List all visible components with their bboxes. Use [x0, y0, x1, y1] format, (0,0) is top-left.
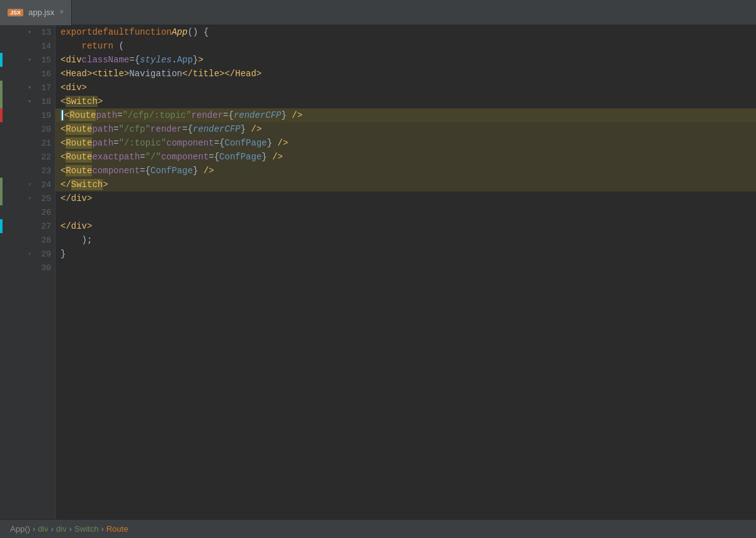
status-chevron-2: ›: [51, 524, 54, 534]
code-line[interactable]: <Route path="/cfp" render={renderCFP} />: [55, 122, 756, 136]
code-line[interactable]: </div>: [55, 219, 756, 233]
gutter-line: 28: [0, 233, 55, 247]
line-edge-indicator: [0, 108, 3, 122]
code-line[interactable]: <Route exact path="/" component={ConfPag…: [55, 150, 756, 164]
code-line[interactable]: <Route path="/:topic" component={ConfPag…: [55, 136, 756, 150]
line-number: 19: [36, 111, 51, 120]
code-line[interactable]: [55, 261, 756, 275]
line-number: 22: [36, 152, 51, 162]
fold-spacer: [26, 42, 33, 50]
line-number: 16: [36, 69, 51, 79]
line-edge-indicator: [0, 219, 3, 233]
status-chevron-4: ›: [101, 524, 103, 534]
code-content[interactable]: export default function App() { return (…: [55, 25, 756, 519]
line-number: 24: [36, 180, 51, 190]
code-line[interactable]: export default function App() {: [55, 25, 756, 39]
line-number: 15: [36, 55, 51, 65]
line-number: 28: [36, 236, 51, 245]
tab-close-button[interactable]: ×: [59, 9, 64, 16]
fold-spacer: [26, 112, 33, 119]
line-number: 21: [36, 139, 51, 148]
code-line[interactable]: }: [55, 247, 756, 261]
code-line[interactable]: <div className={styles.App}>: [55, 53, 756, 67]
fold-spacer: [26, 222, 33, 230]
code-line[interactable]: <Route path="/cfp/:topic" render={render…: [55, 108, 756, 122]
gutter-line: ▾13: [0, 25, 55, 39]
fold-spacer: [26, 153, 33, 161]
line-number: 18: [36, 97, 51, 106]
status-chevron-1: ›: [33, 524, 35, 534]
fold-spacer: [26, 70, 33, 77]
code-line[interactable]: </Switch>: [55, 178, 756, 192]
code-line[interactable]: <Route component={ConfPage} />: [55, 164, 756, 178]
fold-icon[interactable]: ▾: [26, 56, 33, 64]
tab-bar: JSX app.jsx ×: [0, 0, 756, 25]
gutter-line: 19: [0, 108, 55, 122]
line-gutter: ▾1314▾1516▾17▾181920212223▿24▿25262728▿2…: [0, 25, 55, 519]
tab-app-jsx[interactable]: JSX app.jsx ×: [0, 0, 72, 25]
code-line[interactable]: </div>: [55, 192, 756, 205]
gutter-line: ▾15: [0, 53, 55, 67]
gutter-line: 22: [0, 150, 55, 164]
code-line[interactable]: [55, 205, 756, 219]
line-edge-indicator: [0, 192, 3, 205]
code-line[interactable]: <Switch>: [55, 94, 756, 108]
fold-icon[interactable]: ▾: [26, 98, 33, 105]
fold-icon[interactable]: ▾: [26, 28, 33, 36]
code-line[interactable]: );: [55, 233, 756, 247]
code-line[interactable]: return (: [55, 39, 756, 53]
line-edge-indicator: [0, 53, 3, 67]
line-edge-indicator: [0, 94, 3, 108]
line-number: 29: [36, 249, 51, 259]
fold-spacer: [26, 209, 33, 216]
gutter-line: 26: [0, 205, 55, 219]
gutter-line: ▾18: [0, 94, 55, 108]
gutter-line: ▿29: [0, 247, 55, 261]
status-chevron-3: ›: [69, 524, 72, 534]
code-line[interactable]: <Head><title>Navigation</title></Head>: [55, 67, 756, 81]
fold-spacer: [26, 167, 33, 175]
line-number: 23: [36, 166, 51, 176]
gutter-line: 16: [0, 67, 55, 81]
editor: ▾1314▾1516▾17▾181920212223▿24▿25262728▿2…: [0, 25, 756, 519]
line-edge-indicator: [0, 178, 3, 192]
fold-icon[interactable]: ▾: [26, 84, 33, 91]
fold-spacer: [26, 236, 33, 244]
gutter-line: 14: [0, 39, 55, 53]
tab-filename: app.jsx: [28, 8, 54, 17]
fold-icon[interactable]: ▿: [26, 250, 33, 258]
gutter-line: ▿25: [0, 192, 55, 205]
fold-spacer: [26, 125, 33, 133]
status-route: Route: [106, 524, 129, 534]
code-area: ▾1314▾1516▾17▾181920212223▿24▿25262728▿2…: [0, 25, 756, 519]
gutter-line: 30: [0, 261, 55, 275]
gutter-line: 21: [0, 136, 55, 150]
gutter-line: 23: [0, 164, 55, 178]
status-bar: App() › div › div › Switch › Route: [0, 519, 756, 538]
line-number: 30: [36, 263, 51, 273]
line-edge-indicator: [0, 81, 3, 94]
fold-spacer: [26, 139, 33, 147]
line-number: 13: [36, 28, 51, 37]
status-app: App(): [10, 524, 30, 534]
status-div1: div: [38, 524, 49, 534]
jsx-badge: JSX: [8, 9, 23, 16]
line-number: 17: [36, 83, 51, 93]
fold-spacer: [26, 264, 33, 272]
line-number: 25: [36, 194, 51, 203]
code-line[interactable]: <div>: [55, 81, 756, 94]
gutter-line: ▾17: [0, 81, 55, 94]
status-div2: div: [56, 524, 67, 534]
status-switch: Switch: [74, 524, 98, 534]
line-number: 14: [36, 42, 51, 51]
gutter-line: 27: [0, 219, 55, 233]
line-number: 26: [36, 208, 51, 217]
gutter-line: ▿24: [0, 178, 55, 192]
fold-icon[interactable]: ▿: [26, 181, 33, 188]
line-number: 20: [36, 125, 51, 134]
line-number: 27: [36, 222, 51, 231]
gutter-line: 20: [0, 122, 55, 136]
fold-icon[interactable]: ▿: [26, 195, 33, 202]
text-cursor: [62, 110, 63, 120]
